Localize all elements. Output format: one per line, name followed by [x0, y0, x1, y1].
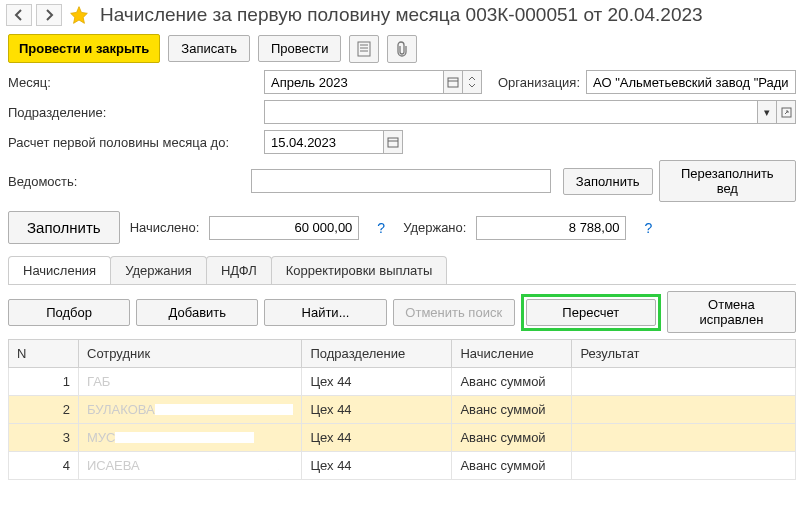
redacted-text: XXXXXXXXXXXXXXXX: [110, 374, 249, 389]
tab-withholdings[interactable]: Удержания: [110, 256, 207, 284]
table-row[interactable]: 2 БУЛАКОВАXXXXXXXXXXXXXXXX Цех 44 Аванс …: [9, 396, 796, 424]
col-n[interactable]: N: [9, 340, 79, 368]
table-row[interactable]: 1 ГАБXXXXXXXXXXXXXXXX Цех 44 Аванс суммо…: [9, 368, 796, 396]
report-icon-button[interactable]: [349, 35, 379, 63]
month-input[interactable]: [264, 70, 444, 94]
add-button[interactable]: Добавить: [136, 299, 258, 326]
redacted-text: XXXXXXXXXXXXXXXX: [115, 430, 254, 445]
pick-button[interactable]: Подбор: [8, 299, 130, 326]
month-calendar-icon[interactable]: [443, 70, 463, 94]
svg-rect-0: [358, 42, 370, 56]
col-employee[interactable]: Сотрудник: [79, 340, 302, 368]
tab-corrections[interactable]: Корректировки выплаты: [271, 256, 448, 284]
nav-back-button[interactable]: [6, 4, 32, 26]
tab-accruals[interactable]: Начисления: [8, 256, 111, 284]
dept-input[interactable]: [264, 100, 758, 124]
fill-statement-button[interactable]: Заполнить: [563, 168, 653, 195]
accrued-value[interactable]: [209, 216, 359, 240]
tabs: Начисления Удержания НДФЛ Корректировки …: [8, 256, 796, 285]
col-result[interactable]: Результат: [572, 340, 796, 368]
refill-statement-button[interactable]: Перезаполнить вед: [659, 160, 796, 202]
dept-open-icon[interactable]: [776, 100, 796, 124]
withheld-label: Удержано:: [403, 220, 466, 235]
svg-rect-4: [448, 78, 458, 87]
cancel-search-button[interactable]: Отменить поиск: [393, 299, 515, 326]
dept-dropdown-icon[interactable]: ▾: [757, 100, 777, 124]
col-dept[interactable]: Подразделение: [302, 340, 452, 368]
attachment-icon-button[interactable]: [387, 35, 417, 63]
accrued-label: Начислено:: [130, 220, 200, 235]
col-accrual[interactable]: Начисление: [452, 340, 572, 368]
dept-label: Подразделение:: [8, 105, 258, 120]
org-input[interactable]: [586, 70, 796, 94]
save-button[interactable]: Записать: [168, 35, 250, 62]
calc-to-calendar-icon[interactable]: [383, 130, 403, 154]
org-label: Организация:: [498, 75, 580, 90]
accrued-help-icon[interactable]: ?: [377, 220, 385, 236]
post-and-close-button[interactable]: Провести и закрыть: [8, 34, 160, 63]
post-button[interactable]: Провести: [258, 35, 342, 62]
nav-forward-button[interactable]: [36, 4, 62, 26]
withheld-help-icon[interactable]: ?: [644, 220, 652, 236]
svg-rect-7: [388, 138, 398, 147]
accruals-table: N Сотрудник Подразделение Начисление Рез…: [8, 339, 796, 480]
statement-input[interactable]: [251, 169, 551, 193]
table-row[interactable]: 3 МУСXXXXXXXXXXXXXXXX Цех 44 Аванс суммо…: [9, 424, 796, 452]
recalc-highlight: Пересчет: [521, 294, 661, 331]
table-row[interactable]: 4 ИСАЕВАXXXXXXXXXXXXXXXX Цех 44 Аванс су…: [9, 452, 796, 480]
cancel-fix-button[interactable]: Отмена исправлен: [667, 291, 796, 333]
month-label: Месяц:: [8, 75, 258, 90]
favorite-star-icon[interactable]: [68, 4, 90, 26]
calc-to-label: Расчет первой половины месяца до:: [8, 135, 258, 150]
withheld-value[interactable]: [476, 216, 626, 240]
month-spinner-icon[interactable]: [462, 70, 482, 94]
find-button[interactable]: Найти...: [264, 299, 386, 326]
redacted-text: XXXXXXXXXXXXXXXX: [155, 402, 294, 417]
statement-label: Ведомость:: [8, 174, 245, 189]
page-title: Начисление за первую половину месяца 003…: [100, 4, 703, 26]
redacted-text: XXXXXXXXXXXXXXXX: [140, 458, 279, 473]
fill-button[interactable]: Заполнить: [8, 211, 120, 244]
recalc-button[interactable]: Пересчет: [526, 299, 656, 326]
calc-to-input[interactable]: [264, 130, 384, 154]
tab-ndfl[interactable]: НДФЛ: [206, 256, 272, 284]
